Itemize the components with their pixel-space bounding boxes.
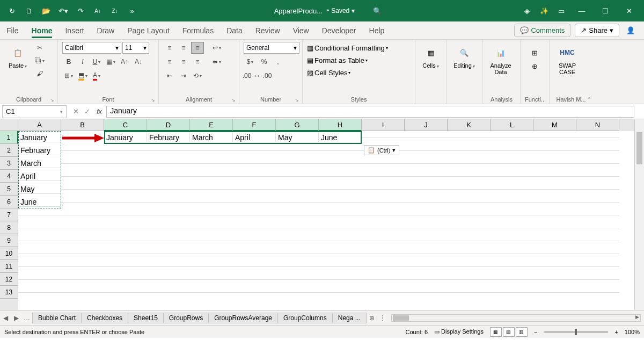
cell[interactable]: [61, 266, 104, 267]
conditional-formatting-button[interactable]: ▦ Conditional Formatting ▾: [307, 44, 388, 52]
cell[interactable]: [190, 292, 233, 293]
row-header[interactable]: 6: [0, 196, 18, 208]
cell[interactable]: April: [18, 172, 61, 181]
addin-button[interactable]: ⊞⊕: [525, 42, 545, 73]
cell[interactable]: [18, 254, 61, 254]
sheet-tab[interactable]: Bubble Chart: [32, 313, 82, 323]
cell[interactable]: [319, 163, 362, 164]
cell[interactable]: [104, 163, 147, 164]
cell[interactable]: [362, 202, 405, 203]
cell[interactable]: [491, 266, 533, 267]
align-top-button[interactable]: ≡: [163, 42, 176, 54]
column-header[interactable]: A: [18, 119, 61, 131]
cell[interactable]: [405, 202, 448, 203]
view-pagebreak-button[interactable]: ▥: [516, 327, 528, 337]
cell[interactable]: [448, 150, 491, 151]
cell[interactable]: [533, 176, 576, 177]
sheet-tab[interactable]: Sheet15: [128, 313, 164, 323]
increase-indent-button[interactable]: ⇥: [177, 70, 190, 82]
cell[interactable]: [448, 176, 491, 177]
cell[interactable]: [576, 292, 619, 293]
cell[interactable]: [533, 266, 576, 267]
cell[interactable]: [18, 241, 61, 241]
cell[interactable]: [190, 228, 233, 228]
column-header[interactable]: J: [405, 119, 448, 131]
decrease-decimal-button[interactable]: ←.00: [258, 70, 270, 82]
cell[interactable]: [491, 138, 533, 138]
cell[interactable]: [276, 292, 319, 293]
column-header[interactable]: N: [576, 119, 619, 131]
cell[interactable]: [405, 150, 448, 151]
cancel-formula-icon[interactable]: ✕: [73, 107, 79, 115]
cell[interactable]: [233, 176, 276, 177]
copy-icon[interactable]: ⿻: [33, 55, 46, 67]
column-header[interactable]: L: [491, 119, 533, 131]
cell[interactable]: [362, 138, 405, 138]
cell[interactable]: [319, 202, 362, 203]
name-box[interactable]: C1▾: [2, 105, 67, 118]
diamond-icon[interactable]: ◈: [519, 3, 535, 18]
horizontal-scrollbar[interactable]: ◀▶: [391, 314, 641, 322]
cell[interactable]: [576, 138, 619, 138]
cell[interactable]: [276, 228, 319, 228]
decrease-indent-button[interactable]: ⇤: [163, 70, 176, 82]
cell[interactable]: [18, 228, 61, 228]
cell[interactable]: [576, 189, 619, 190]
increase-decimal-button[interactable]: .00→: [244, 70, 257, 82]
cell[interactable]: [147, 279, 190, 280]
cell[interactable]: [533, 202, 576, 203]
cell[interactable]: [190, 150, 233, 151]
italic-button[interactable]: I: [76, 56, 89, 68]
border-button[interactable]: ▦: [104, 56, 117, 68]
search-icon[interactable]: 🔍: [370, 3, 385, 18]
cell[interactable]: [448, 215, 491, 215]
cell[interactable]: [276, 176, 319, 177]
minimize-button[interactable]: —: [571, 0, 592, 21]
cell[interactable]: February: [147, 133, 190, 142]
swapcase-button[interactable]: HMCSWAP CASE: [554, 42, 581, 77]
cell[interactable]: May: [18, 185, 61, 194]
cell[interactable]: [319, 150, 362, 151]
sheet-tab[interactable]: Checkboxes: [81, 313, 128, 323]
view-pagelayout-button[interactable]: ▤: [503, 327, 515, 337]
cell[interactable]: [491, 202, 533, 203]
cell[interactable]: [533, 215, 576, 215]
cell[interactable]: [491, 279, 533, 280]
cell[interactable]: [362, 254, 405, 254]
cell[interactable]: [276, 189, 319, 190]
editing-button[interactable]: 🔍Editing: [451, 42, 478, 71]
cell[interactable]: [319, 254, 362, 254]
cell[interactable]: [18, 292, 61, 293]
cell[interactable]: [491, 163, 533, 164]
cell[interactable]: [533, 292, 576, 293]
cell[interactable]: [362, 189, 405, 190]
format-painter-icon[interactable]: 🖌: [33, 68, 46, 80]
cell[interactable]: [576, 254, 619, 254]
cell[interactable]: [61, 163, 104, 164]
row-headers[interactable]: 12345678910111213: [0, 131, 18, 310]
cell[interactable]: [61, 241, 104, 241]
cell[interactable]: [233, 292, 276, 293]
cell[interactable]: May: [276, 133, 319, 142]
dialog-launcher-icon[interactable]: ↘: [50, 97, 54, 103]
cell[interactable]: [276, 202, 319, 203]
cell[interactable]: [18, 279, 61, 280]
cell[interactable]: [147, 292, 190, 293]
fill-color-button[interactable]: ⬒: [76, 70, 89, 82]
cell[interactable]: [147, 266, 190, 267]
cell[interactable]: [362, 176, 405, 177]
cell[interactable]: [448, 292, 491, 293]
sheet-tab[interactable]: GroupRows: [163, 313, 209, 323]
zoom-slider[interactable]: [544, 331, 608, 333]
sheet-nav-prev[interactable]: ◀: [0, 314, 11, 322]
cell[interactable]: [104, 266, 147, 267]
cell[interactable]: [576, 215, 619, 215]
cell[interactable]: [533, 254, 576, 254]
comments-button[interactable]: 💬 Comments: [514, 24, 570, 37]
tab-pagelayout[interactable]: Page Layout: [127, 23, 170, 38]
cell[interactable]: [233, 266, 276, 267]
column-header[interactable]: K: [448, 119, 491, 131]
cell[interactable]: [576, 176, 619, 177]
column-header[interactable]: H: [319, 119, 362, 131]
cell[interactable]: [61, 254, 104, 254]
